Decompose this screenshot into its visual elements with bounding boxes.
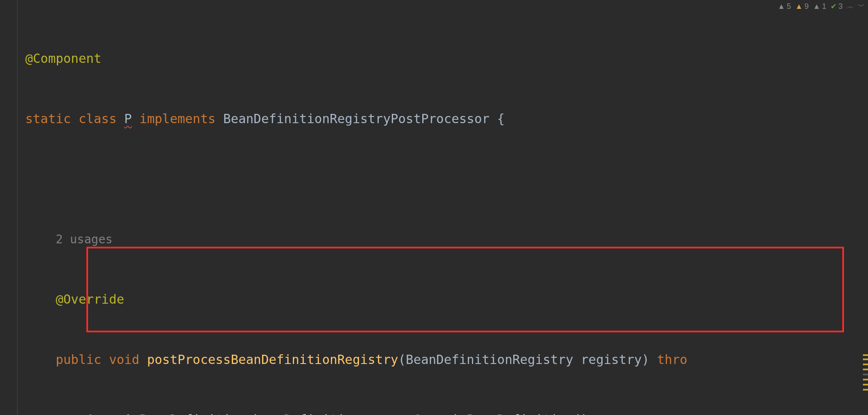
keyword-static: static [25, 111, 71, 126]
keyword-new: new [383, 412, 406, 415]
triangle-warning-icon: ▲ [795, 2, 803, 11]
code-text: GenericBeanDefinition beanDefinition = [86, 412, 383, 415]
usages-inlay[interactable]: 2 usages [56, 232, 113, 246]
chevron-up-icon[interactable]: ︿ [847, 2, 854, 11]
error-stripe-marker[interactable] [863, 379, 868, 380]
inspection-weak-warning-2[interactable]: ▲ 1 [813, 2, 826, 11]
brace-open: { [490, 111, 505, 126]
inspection-typo[interactable]: ✔ 3 [830, 2, 843, 11]
code-area[interactable]: @Component static class P implements Bea… [0, 8, 868, 415]
annotation-component: @Component [25, 51, 102, 66]
inspection-count: 9 [804, 2, 809, 11]
error-stripe[interactable] [862, 0, 868, 415]
keyword-class: class [78, 111, 116, 126]
inspection-count: 3 [839, 2, 843, 11]
error-stripe-marker[interactable] [863, 374, 868, 375]
code-editor[interactable]: ▲ 5 ▲ 9 ▲ 1 ✔ 3 ︿ ﹀ @Component static cl… [0, 0, 868, 415]
triangle-warning-icon: ▲ [777, 2, 785, 11]
param-type: BeanDefinitionRegistry [406, 352, 573, 367]
inspection-warning[interactable]: ▲ 9 [795, 2, 809, 11]
chevron-down-icon[interactable]: ﹀ [858, 2, 865, 11]
error-stripe-marker[interactable] [863, 384, 868, 385]
inspection-count: 1 [822, 2, 826, 11]
class-name-identifier: P [124, 111, 132, 126]
inspection-summary-bar[interactable]: ▲ 5 ▲ 9 ▲ 1 ✔ 3 ︿ ﹀ [777, 2, 865, 11]
keyword-public: public [56, 352, 101, 367]
check-typo-icon: ✔ [830, 2, 837, 11]
inspection-count: 5 [787, 2, 791, 11]
keyword-implements: implements [139, 111, 216, 126]
error-stripe-marker[interactable] [863, 389, 868, 391]
method-name: postProcessBeanDefinitionRegistry [147, 352, 398, 367]
code-text: GenericBeanDefinition(); [406, 412, 596, 415]
param-name: registry [581, 352, 642, 367]
triangle-warning-icon: ▲ [813, 2, 820, 11]
keyword-void: void [109, 352, 139, 367]
error-stripe-marker[interactable] [863, 354, 868, 356]
annotation-override: @Override [56, 292, 124, 307]
inspection-weak-warning-1[interactable]: ▲ 5 [777, 2, 791, 11]
interface-name: BeanDefinitionRegistryPostProcessor [223, 111, 490, 126]
error-stripe-marker[interactable] [863, 358, 868, 360]
error-stripe-marker[interactable] [863, 364, 868, 365]
error-stripe-marker[interactable] [863, 369, 868, 370]
keyword-throws-truncated: thro [657, 352, 687, 367]
